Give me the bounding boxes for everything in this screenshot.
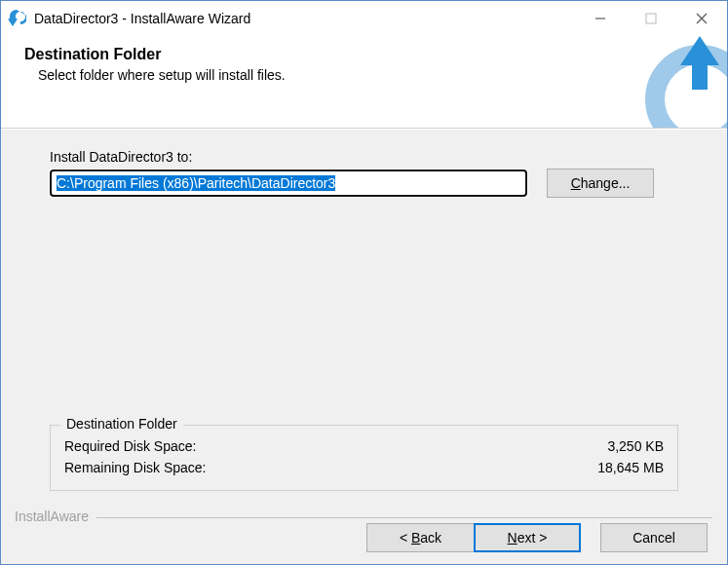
svg-point-4 [655,55,727,128]
groupbox-legend: Destination Folder [60,416,183,432]
window-controls [575,1,727,36]
cancel-button[interactable]: Cancel [600,523,708,552]
header-logo-icon [630,36,727,128]
page-title: Destination Folder [24,46,630,63]
back-button[interactable]: < Back [366,523,474,552]
footer-brand: InstallAware [15,508,89,524]
wizard-header: Destination Folder Select folder where s… [1,36,727,129]
app-icon [7,9,26,28]
install-path-input[interactable] [50,170,527,197]
remaining-row: Remaining Disk Space: 18,645 MB [64,457,664,478]
installer-window: DataDirector3 - InstallAware Wizard Dest… [0,0,728,565]
nav-pair: < Back Next > [366,523,581,552]
window-title: DataDirector3 - InstallAware Wizard [34,11,250,26]
wizard-footer: InstallAware < Back Next > Cancel [1,501,727,564]
required-value: 3,250 KB [607,435,664,457]
change-button[interactable]: Change... [547,169,654,198]
maximize-button [626,1,676,36]
remaining-value: 18,645 MB [597,457,664,478]
minimize-button[interactable] [575,1,626,36]
titlebar: DataDirector3 - InstallAware Wizard [1,1,727,36]
svg-rect-1 [646,14,656,23]
path-row: Change... [50,169,678,198]
disk-space-groupbox: Destination Folder Required Disk Space: … [50,425,678,491]
next-button[interactable]: Next > [474,523,581,552]
required-row: Required Disk Space: 3,250 KB [64,435,664,457]
install-to-label: Install DataDirector3 to: [50,149,678,165]
wizard-content: Install DataDirector3 to: Change... Dest… [1,129,727,501]
remaining-label: Remaining Disk Space: [64,457,207,478]
required-label: Required Disk Space: [64,435,196,457]
close-button[interactable] [676,1,727,36]
page-subtitle: Select folder where setup will install f… [38,67,630,83]
